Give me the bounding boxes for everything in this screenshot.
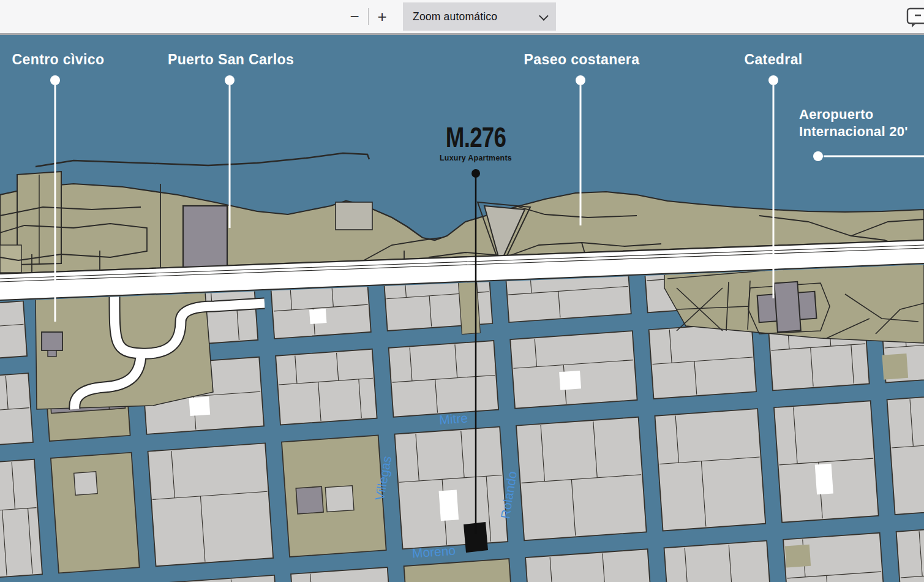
zoom-select-value: Zoom automático — [413, 10, 497, 23]
poi-dot — [768, 75, 778, 85]
poi-label: Puerto San Carlos — [168, 51, 294, 67]
city-block — [655, 409, 765, 531]
poi-label: Centro cìvico — [12, 51, 105, 67]
toolbar-separator — [368, 8, 369, 25]
poi-label: Aeropuerto — [799, 107, 874, 122]
poi-label: Internacional 20' — [799, 124, 908, 139]
park-patch — [785, 545, 811, 568]
property-tagline: Luxury Apartments — [440, 153, 512, 163]
civic-centre-building — [42, 332, 62, 350]
city-block — [395, 427, 508, 550]
poi-dot — [576, 75, 585, 85]
chevron-down-icon — [539, 11, 549, 21]
city-block — [148, 443, 274, 566]
zoom-in-button[interactable]: + — [370, 4, 394, 29]
poi-dot — [225, 75, 235, 85]
park-patch — [882, 353, 908, 380]
street-label-mitre: Mitre — [438, 410, 468, 426]
port-warehouse — [183, 206, 227, 267]
city-block — [664, 541, 773, 582]
marker-dot — [471, 169, 480, 178]
zoom-out-button[interactable]: − — [343, 4, 366, 29]
page-view-icon — [906, 6, 924, 28]
pdf-page-map[interactable]: M.276 Luxury Apartments Centro cìvico Pu… — [0, 35, 924, 582]
city-block — [510, 331, 637, 409]
pdf-viewer-toolbar: − + Zoom automático — [0, 0, 924, 35]
map-canvas[interactable]: M.276 Luxury Apartments Centro cìvico Pu… — [0, 35, 924, 582]
city-block — [896, 524, 924, 582]
poi-dot — [813, 151, 823, 161]
city-block — [0, 373, 33, 447]
landmark-building — [296, 486, 323, 514]
city-block — [0, 301, 27, 360]
poi-label: Catedral — [744, 51, 802, 67]
zoom-level-select[interactable]: Zoom automático — [403, 2, 556, 31]
poi-label: Paseo costanera — [524, 51, 640, 67]
city-block — [276, 349, 377, 425]
zoom-controls: − + Zoom automático — [343, 0, 556, 33]
dock-building — [336, 202, 372, 230]
secondary-toolbar-icon[interactable] — [906, 6, 924, 28]
property-name: M.276 — [446, 121, 506, 153]
park-block — [51, 453, 140, 573]
city-block — [0, 459, 42, 579]
poi-dot — [50, 75, 60, 85]
